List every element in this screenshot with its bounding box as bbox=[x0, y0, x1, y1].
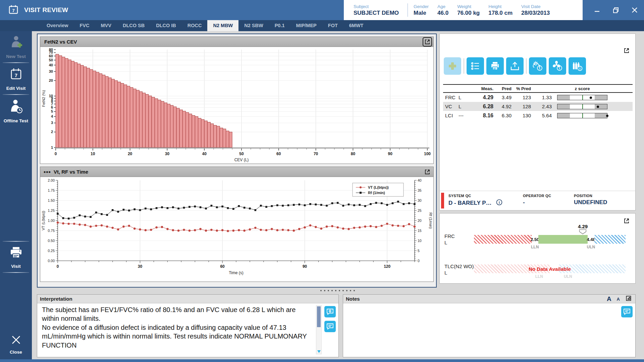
tab-rocc[interactable]: ROCC bbox=[182, 20, 208, 31]
svg-text:30: 30 bbox=[418, 198, 422, 202]
tab-mvv[interactable]: MVV bbox=[95, 20, 117, 31]
expand-chart-icon[interactable] bbox=[423, 38, 431, 46]
scroll-down-arrow[interactable] bbox=[317, 350, 321, 353]
system-qc: SYSTEM QC D - BARELY P… i bbox=[448, 194, 502, 207]
z-score-value: 1.33 bbox=[533, 95, 554, 100]
svg-text:7: 7 bbox=[14, 72, 17, 78]
operator-qc-value: - bbox=[523, 199, 551, 206]
svg-text:60: 60 bbox=[220, 264, 225, 269]
gas-cylinders-info-button[interactable]: i bbox=[569, 57, 586, 75]
normal-range-panel: FRCL 2.50 4.48 4.29 LLN ULN TLC(N2 WO)L … bbox=[439, 213, 636, 284]
svg-text:20: 20 bbox=[128, 152, 132, 156]
tab-n2-sbw[interactable]: N2 SBW bbox=[238, 20, 269, 31]
tab-fvc[interactable]: FVC bbox=[74, 20, 95, 31]
svg-text:30: 30 bbox=[49, 69, 53, 73]
results-row-frc[interactable]: FRCL4.293.491231.33 bbox=[443, 93, 633, 102]
chart-menu-ellipsis[interactable]: ••• bbox=[44, 170, 51, 174]
tab-dlco-sb[interactable]: DLCO SB bbox=[117, 20, 150, 31]
uln-value: 4.48 bbox=[588, 235, 594, 244]
svg-text:50: 50 bbox=[239, 152, 244, 156]
tab-dlco-ib[interactable]: DLCO IB bbox=[150, 20, 182, 31]
scrollbar-thumb[interactable] bbox=[317, 306, 321, 327]
results-table: Meas. Pred % Pred z score FRCL4.293.4912… bbox=[443, 84, 633, 120]
vt-rf-chart: 0.000.250.500.751.001.251.501.752.000510… bbox=[40, 177, 433, 281]
tab-strip: OverviewFVCMVVDLCO SBDLCO IBROCCN2 MBWN2… bbox=[41, 20, 369, 31]
qc-info-icon[interactable]: i bbox=[496, 199, 502, 207]
add-note-button[interactable] bbox=[621, 306, 633, 317]
expand-panel-icon[interactable] bbox=[623, 47, 631, 55]
fan-info-button[interactable]: i bbox=[549, 57, 566, 75]
svg-text:0: 0 bbox=[55, 152, 57, 156]
restore-button[interactable] bbox=[606, 0, 625, 20]
svg-text:30: 30 bbox=[165, 152, 170, 156]
svg-text:Rf (1/min): Rf (1/min) bbox=[429, 213, 433, 229]
svg-text:i: i bbox=[559, 66, 560, 70]
popout-notes-icon[interactable] bbox=[625, 295, 632, 303]
new-test-icon bbox=[9, 35, 23, 51]
chart-title: Vt, RF vs Time bbox=[54, 169, 88, 175]
close-window-button[interactable] bbox=[625, 0, 644, 20]
param-name: LCI bbox=[443, 113, 459, 118]
svg-text:10: 10 bbox=[91, 152, 95, 156]
sidebar-item-close[interactable]: Close bbox=[0, 330, 32, 358]
tlc-range-label: TLC(N2 WO)L bbox=[444, 263, 474, 276]
svg-text:6: 6 bbox=[51, 105, 53, 109]
svg-text:0.75: 0.75 bbox=[48, 229, 55, 233]
svg-text:4: 4 bbox=[51, 114, 53, 118]
svg-text:0.25: 0.25 bbox=[48, 249, 55, 253]
svg-text:120: 120 bbox=[384, 264, 390, 269]
panel-splitter-handle[interactable] bbox=[320, 290, 355, 291]
notes-body[interactable] bbox=[343, 303, 635, 357]
font-increase-button[interactable]: A bbox=[607, 295, 611, 303]
edit-interpretation-button[interactable] bbox=[324, 321, 336, 332]
tab-6mwt[interactable]: 6MWT bbox=[343, 20, 369, 31]
measured-value-marker: 4.29 bbox=[578, 224, 588, 236]
predicted-value: 6.30 bbox=[495, 113, 514, 118]
svg-text:1.00: 1.00 bbox=[48, 219, 55, 223]
tab-overview[interactable]: Overview bbox=[41, 20, 74, 31]
tab-fot[interactable]: FOT bbox=[322, 20, 343, 31]
add-test-button bbox=[444, 57, 461, 75]
tab-n2-mbw[interactable]: N2 MBW bbox=[207, 20, 238, 31]
fetn2-chart-svg: 8070605040302010987654321FetN2 (%)010203… bbox=[40, 47, 433, 163]
expand-panel-icon[interactable] bbox=[623, 217, 631, 225]
minimize-button[interactable] bbox=[588, 0, 606, 20]
svg-text:40: 40 bbox=[202, 152, 207, 156]
param-name: VC bbox=[443, 104, 459, 109]
tab-mip-mep[interactable]: MIP/MEP bbox=[290, 20, 322, 31]
environment-info-button[interactable]: i bbox=[529, 57, 546, 75]
svg-text:60: 60 bbox=[276, 152, 281, 156]
divider bbox=[464, 58, 464, 74]
export-button[interactable] bbox=[506, 57, 524, 75]
results-table-header: Meas. Pred % Pred z score bbox=[443, 84, 633, 93]
svg-text:5: 5 bbox=[51, 109, 53, 113]
sidebar-item-offline-test[interactable]: Offline Test bbox=[0, 95, 32, 127]
svg-text:1: 1 bbox=[51, 145, 53, 149]
font-decrease-button[interactable]: A bbox=[617, 297, 620, 302]
title-bar: 7 VISIT REVIEW Subject SUBJECT DEMO Gend… bbox=[0, 0, 644, 20]
edit-visit-calendar-icon: 7 bbox=[9, 67, 23, 83]
auto-interpretation-button[interactable] bbox=[324, 306, 336, 317]
close-icon bbox=[10, 334, 22, 347]
results-row-vc[interactable]: VCL6.284.921282.43 bbox=[443, 102, 633, 111]
svg-text:7: 7 bbox=[12, 8, 14, 13]
results-row-lci[interactable]: LCI---8.166.301305.64 bbox=[443, 111, 633, 120]
interpretation-text[interactable]: The subject has an FEV1/FVC% ratio of 80… bbox=[42, 305, 312, 350]
print-button[interactable] bbox=[486, 57, 504, 75]
sidebar-item-visit-print[interactable]: Visit bbox=[0, 242, 32, 272]
frc-range-label: FRCL bbox=[444, 233, 455, 246]
svg-text:Rf (1/min): Rf (1/min) bbox=[368, 191, 385, 195]
test-list-button[interactable] bbox=[467, 57, 484, 75]
qc-grade-color-bar bbox=[441, 193, 444, 208]
chart-header: ••• Vt, RF vs Time bbox=[40, 167, 433, 177]
expand-chart-icon[interactable] bbox=[423, 168, 431, 176]
scrollbar[interactable] bbox=[316, 305, 322, 354]
no-data-message: No Data Available bbox=[474, 264, 626, 273]
above-uln-region bbox=[594, 235, 626, 244]
measured-value: 8.16 bbox=[473, 113, 495, 119]
divider bbox=[526, 58, 527, 74]
svg-text:35: 35 bbox=[418, 188, 422, 192]
tab-p0-1[interactable]: P0.1 bbox=[269, 20, 290, 31]
sidebar-item-edit-visit[interactable]: 7 Edit Visit bbox=[0, 63, 32, 94]
svg-text:90: 90 bbox=[388, 152, 393, 156]
